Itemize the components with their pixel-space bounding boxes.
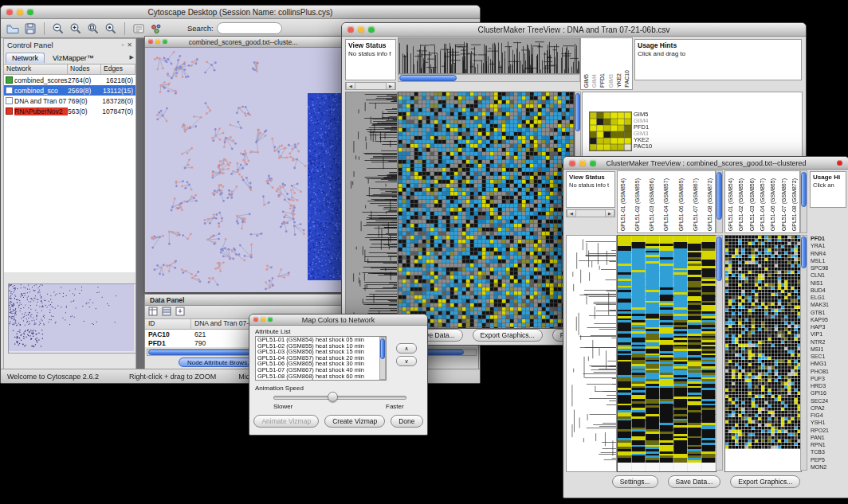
tab-scroll-right-icon[interactable]: ▶ — [130, 54, 134, 61]
scroll-left-icon[interactable]: ◀ — [567, 210, 576, 217]
save-session-icon[interactable] — [23, 21, 37, 36]
gene-label[interactable]: PFD1 — [811, 235, 847, 242]
scroll-right-icon[interactable]: ▶ — [386, 83, 395, 89]
gene-label[interactable]: HAP3 — [811, 323, 847, 330]
global-heatmap[interactable] — [617, 235, 716, 472]
gene-label[interactable]: RPN1 — [811, 441, 847, 448]
network-table-row[interactable]: RNAPuberNov2563(0)107847(0) — [4, 106, 135, 116]
minimize-button[interactable] — [358, 26, 364, 33]
gene-label[interactable]: MSI1 — [811, 346, 847, 353]
network-view-titlebar[interactable]: combined_scores_good.txt--cluste... — [145, 37, 341, 48]
global-heatmap[interactable] — [398, 92, 575, 329]
minimize-button[interactable] — [155, 39, 160, 44]
scroll-right-icon[interactable]: ▶ — [605, 210, 614, 217]
network-canvas[interactable] — [145, 48, 341, 292]
zoom-button[interactable] — [268, 317, 273, 322]
search-input[interactable] — [217, 22, 282, 34]
column-dendrogram[interactable] — [398, 37, 580, 74]
gene-label[interactable]: PUF3 — [811, 375, 847, 382]
vizmap-icon[interactable] — [149, 21, 163, 36]
gene-label[interactable]: PAN1 — [811, 434, 847, 441]
close-button[interactable] — [347, 26, 354, 33]
treeview2-titlebar[interactable]: ClusterMaker TreeView : combined_scores_… — [563, 157, 848, 170]
close-button[interactable] — [148, 39, 153, 44]
treeview-button[interactable]: Export Graphics... — [473, 329, 543, 342]
close-button[interactable] — [569, 160, 575, 166]
gene-label[interactable]: GIM4 — [634, 118, 652, 124]
gene-label[interactable]: RNR4 — [811, 250, 847, 257]
vscrollbar[interactable] — [716, 170, 723, 233]
attribute-list-item[interactable]: GPL51-08 (GSM868) heat shock 60 min — [256, 373, 386, 380]
gene-label[interactable]: MSL1 — [811, 257, 847, 264]
dialog-button[interactable]: Done — [391, 415, 422, 428]
attribute-list-scrollbar[interactable] — [379, 337, 386, 380]
zoom-heatmap[interactable] — [724, 235, 802, 472]
gene-label[interactable]: MON2 — [811, 463, 847, 471]
gene-label[interactable]: VIP1 — [811, 330, 847, 338]
treeview-button[interactable]: Settings... — [612, 475, 658, 488]
zoom-in-icon[interactable] — [69, 21, 83, 36]
select-attributes-icon[interactable] — [148, 305, 158, 319]
close-button[interactable] — [253, 317, 258, 322]
table-mode-icon[interactable] — [162, 305, 171, 319]
treeview1-titlebar[interactable]: ClusterMaker TreeView : DNA and Tran 07-… — [342, 23, 806, 37]
gene-label[interactable]: FIG4 — [811, 412, 847, 419]
column-header[interactable]: Nodes — [68, 64, 101, 74]
close-panel-icon[interactable]: ✕ — [127, 41, 132, 49]
treeview-button[interactable]: Save Data... — [668, 475, 721, 488]
move-up-button[interactable]: ∧ — [396, 343, 417, 354]
import-table-icon[interactable] — [175, 305, 185, 319]
gene-label[interactable]: YKE2 — [634, 137, 652, 143]
gene-label[interactable]: CLN1 — [811, 272, 847, 279]
tab-vizmapper[interactable]: VizMapper™ — [46, 53, 100, 63]
gene-label[interactable]: HRD3 — [811, 382, 847, 389]
zoom-selected-icon[interactable] — [104, 21, 118, 36]
gene-label[interactable]: YSH1 — [811, 419, 847, 426]
column-header[interactable]: ID — [145, 319, 191, 329]
column-header[interactable]: Edges — [101, 64, 135, 74]
cytoscape-titlebar[interactable]: Cytoscape Desktop (Session Name: collins… — [1, 6, 480, 19]
network-table-row[interactable]: combined_scores2764(0)16218(0) — [4, 75, 135, 85]
status-scrollbar[interactable]: ◀▶ — [345, 82, 396, 90]
slider-thumb[interactable] — [328, 392, 338, 402]
zoom-vscrollbar[interactable] — [800, 235, 807, 471]
gene-label[interactable]: SPC98 — [811, 264, 847, 272]
zoom-button[interactable] — [27, 9, 33, 15]
row-dendrogram[interactable] — [566, 235, 617, 472]
dialog-titlebar[interactable]: Map Colors to Network — [249, 315, 427, 326]
gene-label[interactable]: ELG1 — [811, 294, 847, 301]
move-down-button[interactable]: ∨ — [396, 356, 417, 366]
gene-label[interactable]: TCB3 — [811, 448, 847, 455]
status-scrollbar[interactable]: ◀▶ — [566, 209, 615, 217]
gene-label[interactable]: SEC24 — [811, 397, 847, 404]
open-session-icon[interactable] — [6, 21, 20, 36]
zoom-button[interactable] — [163, 39, 167, 44]
gene-label[interactable]: PFD1 — [634, 124, 652, 131]
row-dendrogram[interactable] — [345, 92, 398, 329]
float-panel-icon[interactable]: ▫ — [121, 41, 124, 49]
annotation-icon[interactable] — [132, 21, 146, 36]
treeview-button[interactable]: Export Graphics... — [730, 475, 800, 488]
animation-speed-slider[interactable] — [273, 396, 406, 400]
gene-label[interactable]: PEP5 — [811, 456, 847, 463]
attribute-list[interactable]: GPL51-01 (GSM854) heat shock 05 minGPL51… — [255, 336, 387, 381]
network-table-row[interactable]: DNA and Tran 07769(0)183728(0) — [4, 96, 135, 106]
gene-label[interactable]: PAC10 — [634, 143, 652, 150]
gene-label[interactable]: GPI16 — [811, 389, 847, 397]
gene-label[interactable]: GTB1 — [811, 309, 847, 316]
gene-label[interactable]: SEC1 — [811, 353, 847, 360]
zoom-button[interactable] — [590, 160, 596, 166]
gene-label[interactable]: NIS1 — [811, 279, 847, 287]
gene-label[interactable]: NTR2 — [811, 338, 847, 346]
column-header[interactable]: Network — [4, 64, 68, 74]
gene-label[interactable]: YRA1 — [811, 242, 847, 249]
zoom-fit-icon[interactable] — [86, 21, 100, 36]
zoom-heatmap[interactable] — [589, 111, 632, 151]
gene-label[interactable]: CPA2 — [811, 404, 847, 412]
gene-label[interactable]: KAP95 — [811, 316, 847, 323]
minimize-button[interactable] — [579, 160, 586, 166]
dialog-button[interactable]: Create Vizmap — [324, 415, 385, 428]
dendrogram-hscrollbar[interactable] — [398, 74, 580, 82]
gene-label[interactable]: PHO81 — [811, 368, 847, 375]
scroll-left-icon[interactable]: ◀ — [346, 83, 355, 89]
